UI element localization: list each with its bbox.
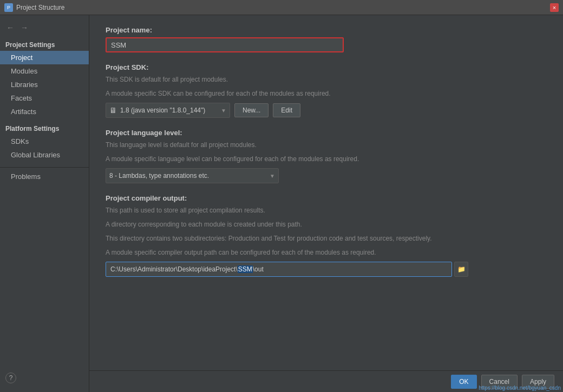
project-settings-label: Project Settings [0,38,89,51]
sidebar-bottom: ? [0,368,89,388]
folder-icon: 📁 [457,265,466,273]
language-level-dropdown[interactable]: 8 - Lambdas, type annotations etc. ▼ [106,168,279,183]
forward-button[interactable]: → [18,22,30,34]
path-browse-button[interactable]: 📁 [454,262,468,277]
language-level-group: Project language level: This language le… [106,129,547,183]
project-sdk-desc1: This SDK is default for all project modu… [106,75,547,84]
project-sdk-group: Project SDK: This SDK is default for all… [106,63,547,118]
back-button[interactable]: ← [4,22,16,34]
sidebar-item-problems[interactable]: Problems [0,170,89,183]
language-level-value: 8 - Lambdas, type annotations etc. [109,172,209,180]
sidebar-item-libraries[interactable]: Libraries [0,78,89,91]
compiler-output-path[interactable]: C:\Users\Administrator\Desktop\ideaProje… [106,262,452,277]
compiler-output-label: Project compiler output: [106,194,547,202]
compiler-desc1: This path is used to store all project c… [106,205,547,215]
compiler-output-group: Project compiler output: This path is us… [106,194,547,277]
sdk-dropdown-arrow: ▼ [221,108,226,114]
sdk-value: 1.8 (java version "1.8.0_144") [120,107,205,114]
sidebar-item-global-libraries[interactable]: Global Libraries [0,148,89,162]
sidebar: ← → Project Settings Project Modules Lib… [0,15,89,392]
window-title: Project Structure [16,4,64,11]
project-name-input[interactable] [106,37,344,52]
sidebar-item-artifacts[interactable]: Artifacts [0,105,89,118]
project-name-label: Project name: [106,26,547,34]
project-sdk-desc2: A module specific SDK can be configured … [106,89,547,98]
lang-dropdown-arrow: ▼ [270,173,275,179]
language-level-desc2: A module specific language level can be … [106,154,547,164]
watermark: https://blog.csdn.net/bgyuan_csdn [479,385,561,391]
help-button[interactable]: ? [5,373,16,383]
compiler-desc4: A module specific compiler output path c… [106,248,547,257]
content-area: Project name: Project SDK: This SDK is d… [89,15,563,392]
ok-button[interactable]: OK [451,375,476,389]
compiler-desc3: This directory contains two subdirectori… [106,234,547,243]
language-level-label: Project language level: [106,129,547,137]
sidebar-item-modules[interactable]: Modules [0,64,89,78]
sdk-row: 🖥 1.8 (java version "1.8.0_144") ▼ New..… [106,103,547,118]
path-prefix: C:\Users\Administrator\Desktop\ideaProje… [110,265,238,273]
compiler-desc2: A directory corresponding to each module… [106,220,547,229]
sidebar-item-sdks[interactable]: SDKs [0,135,89,148]
project-sdk-label: Project SDK: [106,63,547,71]
sdk-new-button[interactable]: New... [234,103,269,117]
sidebar-item-project[interactable]: Project [0,51,89,64]
compiler-path-row: C:\Users\Administrator\Desktop\ideaProje… [106,262,547,277]
title-bar: P Project Structure × [0,0,563,15]
nav-buttons: ← → [0,19,89,38]
sdk-dropdown[interactable]: 🖥 1.8 (java version "1.8.0_144") ▼ [106,103,230,118]
path-suffix: \out [253,265,264,273]
close-button[interactable]: × [550,3,559,12]
sidebar-item-facets[interactable]: Facets [0,91,89,105]
path-highlight: SSM [238,265,253,273]
main-layout: ← → Project Settings Project Modules Lib… [0,15,563,392]
language-level-desc1: This language level is default for all p… [106,140,547,150]
app-icon: P [4,3,13,12]
project-name-group: Project name: [106,26,547,52]
platform-settings-label: Platform Settings [0,122,89,135]
sdk-edit-button[interactable]: Edit [273,103,300,117]
